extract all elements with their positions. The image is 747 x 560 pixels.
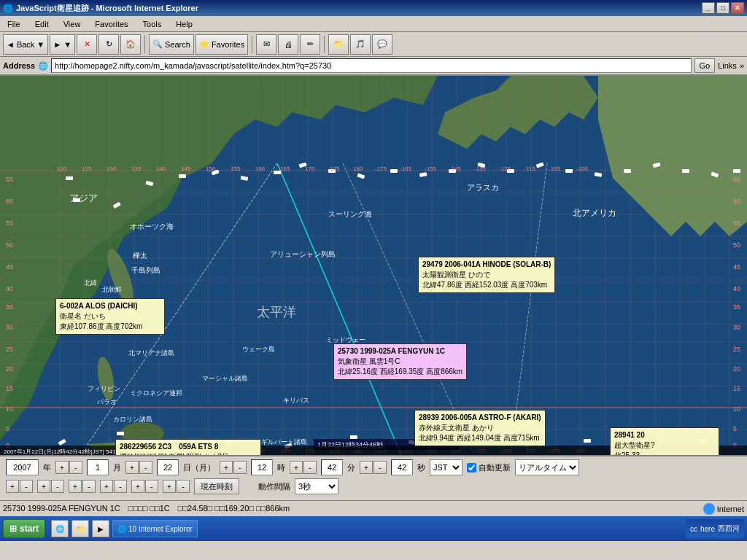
- sec-minus-button[interactable]: -: [374, 461, 387, 474]
- hinode-desc1: 太陽観測衛星 ひので: [422, 270, 551, 280]
- month-plus-button[interactable]: +: [55, 461, 69, 474]
- realtime-select[interactable]: リアルタイム: [515, 459, 579, 475]
- svg-text:オホーツク海: オホーツク海: [130, 222, 174, 230]
- r2-year-minus[interactable]: -: [20, 480, 33, 493]
- r2-sec-minus[interactable]: -: [177, 480, 190, 493]
- home-button[interactable]: 🏠: [120, 34, 141, 55]
- mail-icon: ✉: [263, 39, 270, 49]
- menu-view[interactable]: View: [59, 18, 85, 30]
- ets8-satellite-box: 286229656 2C3 059A ETS 8 運輸X技術試験衛星VIII型 …: [115, 439, 261, 455]
- home-icon: 🏠: [125, 39, 136, 49]
- timezone-select[interactable]: JST UTC: [430, 459, 462, 475]
- back-label: Back: [17, 40, 34, 49]
- stop-button[interactable]: ✕: [77, 34, 97, 55]
- svg-text:ミッドウェー: ミッドウェー: [326, 336, 365, 343]
- forward-button[interactable]: ► ▼: [50, 34, 75, 55]
- partial-sat-box: 28941 20 超大型衛星? 北25.33: [610, 427, 719, 455]
- start-label: start: [20, 524, 39, 534]
- links-button[interactable]: Links: [718, 61, 737, 70]
- svg-text:-145: -145: [449, 166, 462, 172]
- r2-day-plus[interactable]: +: [69, 480, 82, 493]
- astro-f-name: 28939 2006-005A ASTRO-F (AKARI): [419, 413, 541, 423]
- close-button[interactable]: ✕: [731, 2, 744, 14]
- toolbar-sep1: [144, 36, 145, 53]
- svg-text:樺太: 樺太: [133, 252, 147, 260]
- menu-tools[interactable]: Tools: [139, 18, 166, 30]
- ie-task-label: 10 Internet Explorer: [128, 525, 193, 533]
- r2-min-minus[interactable]: -: [145, 480, 158, 493]
- min-controls: + -: [290, 461, 317, 474]
- minimize-button[interactable]: _: [702, 2, 715, 14]
- svg-text:25: 25: [6, 346, 13, 353]
- day-label: 日（月）: [183, 462, 215, 473]
- svg-text:北マリアナ諸島: 北マリアナ諸島: [128, 349, 174, 357]
- svg-text:160: 160: [255, 166, 266, 172]
- hour-label: 時: [277, 462, 285, 473]
- quick-ie-button[interactable]: 🌐: [51, 520, 69, 537]
- min-input[interactable]: [321, 459, 343, 475]
- interval-select[interactable]: 3秒 5秒: [295, 478, 338, 494]
- day-minus-button[interactable]: -: [139, 461, 152, 474]
- r2-month-plus[interactable]: +: [37, 480, 50, 493]
- favorites-button[interactable]: ⭐ Favorites: [196, 34, 248, 55]
- back-button[interactable]: ◄ Back ▼: [3, 34, 48, 55]
- r2-year-plus[interactable]: +: [6, 480, 19, 493]
- tray-here-text: here: [700, 525, 715, 533]
- r2-hour-minus[interactable]: -: [114, 480, 127, 493]
- hour-minus-button[interactable]: -: [233, 461, 247, 474]
- svg-text:50: 50: [6, 241, 13, 249]
- month-controls: + -: [55, 461, 82, 474]
- media-button[interactable]: 🎵: [350, 34, 371, 55]
- folder-button[interactable]: 📁: [328, 34, 349, 55]
- year-input[interactable]: [6, 459, 39, 475]
- search-button[interactable]: 🔍 Search: [149, 34, 194, 55]
- r2-hour-plus[interactable]: +: [100, 480, 113, 493]
- refresh-button[interactable]: ↻: [98, 34, 119, 55]
- r2-sec-plus[interactable]: +: [163, 480, 176, 493]
- menu-edit[interactable]: Edit: [31, 18, 53, 30]
- start-button[interactable]: ⊞ start: [3, 519, 45, 538]
- day-input[interactable]: [157, 459, 179, 475]
- sec-controls: + -: [360, 461, 387, 474]
- toolbar-sep3: [324, 36, 325, 53]
- mail-button[interactable]: ✉: [256, 34, 276, 55]
- ie-taskbar-item[interactable]: 🌐 10 Internet Explorer: [112, 520, 198, 537]
- min-plus-button[interactable]: +: [290, 461, 303, 474]
- maximize-button[interactable]: □: [716, 2, 729, 14]
- hour-plus-button[interactable]: +: [220, 461, 233, 474]
- svg-rect-62: [390, 169, 398, 173]
- svg-text:10: 10: [733, 405, 740, 413]
- partial-sat-name: 28941 20: [614, 430, 715, 440]
- quick-media-button[interactable]: ▶: [92, 520, 109, 537]
- svg-text:カロリン諸島: カロリン諸島: [113, 416, 152, 423]
- svg-rect-70: [624, 169, 631, 173]
- svg-text:フィリピン: フィリピン: [88, 385, 120, 392]
- alos-desc1: 衛星名 だいち: [60, 311, 160, 322]
- address-input[interactable]: [51, 58, 691, 73]
- r2-day-minus[interactable]: -: [82, 480, 96, 493]
- sec-input[interactable]: [391, 459, 413, 475]
- messenger-button[interactable]: 💬: [372, 34, 392, 55]
- menu-file[interactable]: File: [3, 18, 25, 30]
- svg-text:太平洋: 太平洋: [257, 305, 296, 319]
- month-minus-button[interactable]: -: [69, 461, 82, 474]
- edit-button[interactable]: ✏: [300, 34, 320, 55]
- svg-text:55: 55: [733, 219, 740, 227]
- now-button[interactable]: 現在時刻: [194, 478, 239, 494]
- menu-help[interactable]: Help: [171, 18, 197, 30]
- address-bar: Address 🌐 Go Links »: [0, 57, 747, 76]
- day-plus-button[interactable]: +: [125, 461, 139, 474]
- menu-favorites[interactable]: Favorites: [90, 18, 132, 30]
- auto-update-checkbox[interactable]: [467, 463, 476, 472]
- hour-input[interactable]: [251, 459, 273, 475]
- media-icon: 🎵: [355, 39, 365, 49]
- sec-plus-button[interactable]: +: [360, 461, 373, 474]
- print-button[interactable]: 🖨: [278, 34, 298, 55]
- min-minus-button[interactable]: -: [303, 461, 317, 474]
- r2-min-plus[interactable]: +: [131, 480, 144, 493]
- go-button[interactable]: Go: [694, 58, 716, 73]
- month-input[interactable]: [87, 459, 109, 475]
- r2-month-minus[interactable]: -: [51, 480, 64, 493]
- fengyun-desc1: 気象衛星 風雲1号C: [338, 357, 462, 367]
- quick-folder-button[interactable]: 📁: [71, 520, 89, 537]
